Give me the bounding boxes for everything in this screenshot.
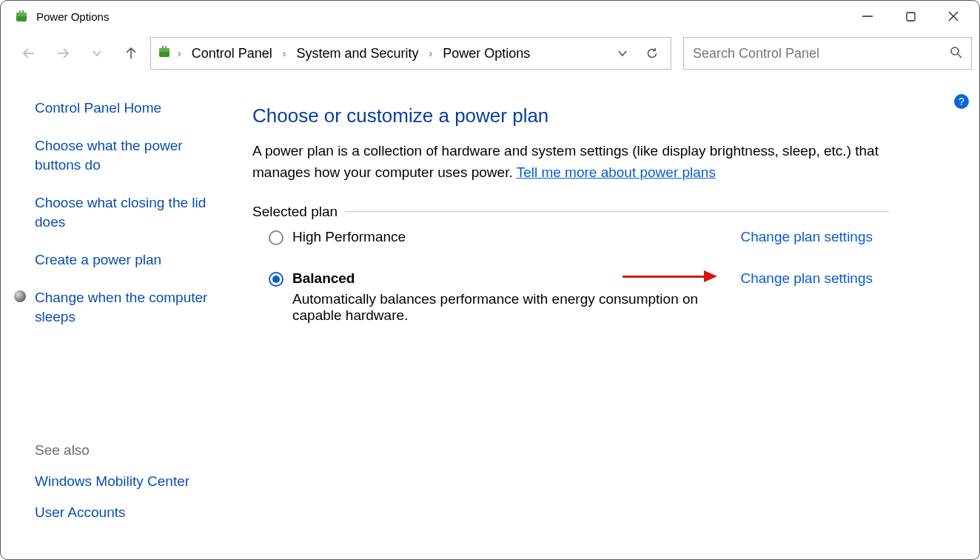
breadcrumb-control-panel[interactable]: Control Panel <box>187 46 277 61</box>
sidebar-see-also: See also Windows Mobility Center User Ac… <box>35 442 223 536</box>
svg-rect-12 <box>159 48 170 52</box>
current-page-bullet-icon <box>14 290 26 302</box>
back-button[interactable] <box>14 39 44 68</box>
svg-rect-14 <box>165 46 167 49</box>
annotation-arrow <box>622 270 717 282</box>
change-plan-settings-high-performance[interactable]: Change plan settings <box>740 229 873 245</box>
close-button[interactable] <box>932 1 975 32</box>
svg-rect-2 <box>19 10 21 13</box>
maximize-button[interactable] <box>889 1 932 32</box>
svg-rect-5 <box>907 13 915 21</box>
change-plan-settings-balanced[interactable]: Change plan settings <box>740 270 873 287</box>
recent-dropdown-button[interactable] <box>82 39 112 68</box>
selected-plan-section: Selected plan High Performance Change pl… <box>252 204 889 328</box>
page-description: A power plan is a collection of hardware… <box>252 141 889 183</box>
main-panel: Choose or customize a power plan A power… <box>238 75 919 559</box>
svg-rect-3 <box>22 10 24 13</box>
chevron-right-icon[interactable]: › <box>176 47 183 59</box>
app-icon <box>14 9 29 24</box>
up-button[interactable] <box>116 39 146 68</box>
svg-rect-13 <box>162 46 164 49</box>
content-area: Control Panel Home Choose what the power… <box>1 75 979 559</box>
section-label: Selected plan <box>252 204 345 220</box>
sidebar: Control Panel Home Choose what the power… <box>1 75 238 559</box>
sidebar-link-computer-sleeps[interactable]: Change when the computer sleeps <box>35 288 223 327</box>
title-bar: Power Options <box>1 1 979 32</box>
search-box[interactable] <box>683 37 972 70</box>
address-bar: › Control Panel › System and Security › … <box>1 32 979 75</box>
radio-balanced[interactable] <box>269 272 283 287</box>
see-also-mobility-center[interactable]: Windows Mobility Center <box>35 473 223 490</box>
plan-row-high-performance: High Performance Change plan settings <box>252 213 889 250</box>
sidebar-link-home[interactable]: Control Panel Home <box>35 99 223 119</box>
forward-button[interactable] <box>48 39 78 68</box>
search-icon[interactable] <box>950 46 962 61</box>
help-icon[interactable]: ? <box>954 94 969 109</box>
svg-point-15 <box>951 47 959 55</box>
svg-rect-1 <box>16 13 27 16</box>
minimize-button[interactable] <box>846 1 889 32</box>
page-heading: Choose or customize a power plan <box>252 104 889 127</box>
address-dropdown-button[interactable] <box>610 41 635 66</box>
breadcrumb-system-security[interactable]: System and Security <box>292 46 423 61</box>
chevron-right-icon[interactable]: › <box>428 47 434 59</box>
breadcrumb-icon <box>157 44 172 62</box>
sidebar-link-create-plan[interactable]: Create a power plan <box>35 250 223 270</box>
breadcrumb-power-options[interactable]: Power Options <box>438 46 534 61</box>
window-title: Power Options <box>36 10 846 23</box>
see-also-user-accounts[interactable]: User Accounts <box>35 504 223 521</box>
sidebar-link-closing-lid[interactable]: Choose what closing the lid does <box>35 193 223 233</box>
sidebar-link-power-buttons[interactable]: Choose what the power buttons do <box>35 136 223 176</box>
plan-row-balanced: Balanced Automatically balances performa… <box>252 250 889 328</box>
learn-more-link[interactable]: Tell me more about power plans <box>517 164 716 180</box>
see-also-heading: See also <box>35 442 223 459</box>
chevron-right-icon[interactable]: › <box>281 47 288 59</box>
plan-desc-balanced: Automatically balances performance with … <box>292 291 725 324</box>
svg-line-16 <box>958 54 961 58</box>
plan-name-high-performance[interactable]: High Performance <box>292 229 725 245</box>
search-input[interactable] <box>693 46 950 61</box>
breadcrumb-bar[interactable]: › Control Panel › System and Security › … <box>150 37 671 70</box>
refresh-button[interactable] <box>640 41 665 66</box>
radio-high-performance[interactable] <box>269 230 283 245</box>
